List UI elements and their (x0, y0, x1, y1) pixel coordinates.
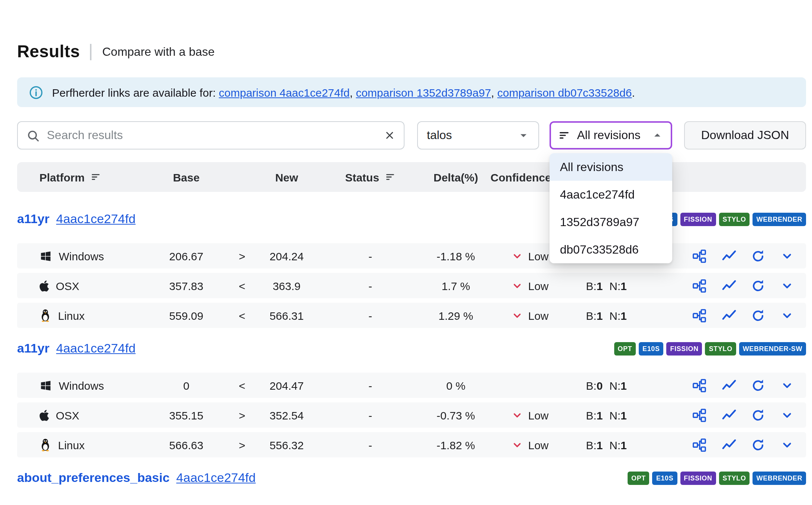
subtests-icon[interactable] (692, 438, 706, 452)
subtests-icon[interactable] (692, 249, 706, 263)
platform-cell: Linux (17, 309, 144, 322)
status-filter-icon[interactable] (385, 172, 396, 182)
subtests-icon[interactable] (692, 408, 706, 422)
confidence-cell: Low (489, 309, 586, 322)
apple-icon (39, 279, 49, 292)
base-runs: B:1 (586, 438, 603, 451)
base-value: 0 (144, 379, 229, 392)
tag-badge: STYLO (719, 472, 750, 485)
app-viewport: Results Compare with a base Perfherder l… (0, 0, 812, 505)
retrigger-icon[interactable] (751, 408, 766, 422)
section-rows: Windows 206.67 > 204.24 - -1.18 % Low (17, 243, 806, 328)
base-value: 206.67 (144, 250, 229, 262)
test-name-link[interactable]: a11yr (17, 341, 49, 356)
comparison-link-1[interactable]: comparison 4aac1ce274fd (219, 86, 350, 99)
alert-separator: , (491, 86, 497, 99)
table-row: Windows 206.67 > 204.24 - -1.18 % Low (17, 243, 806, 268)
column-delta: Delta(%) (422, 171, 489, 183)
comparison-sign: < (229, 379, 255, 392)
regression-arrow-icon (512, 310, 523, 321)
chevron-down-icon (518, 129, 529, 141)
graph-icon[interactable] (722, 279, 736, 293)
confidence-label: Low (528, 438, 548, 451)
revision-link[interactable]: 4aac1ce274fd (176, 471, 256, 486)
confidence-label: Low (528, 409, 548, 421)
expand-row-icon[interactable] (781, 379, 793, 392)
new-runs: N:1 (609, 309, 627, 322)
revision-option-3[interactable]: db07c33528d6 (550, 236, 672, 263)
new-value: 204.47 (255, 379, 318, 392)
expand-row-icon[interactable] (781, 409, 793, 421)
apple-icon (39, 409, 49, 421)
alert-suffix: . (632, 86, 635, 99)
regression-arrow-icon (512, 439, 523, 450)
subtests-icon[interactable] (692, 378, 706, 392)
new-runs: N:1 (609, 409, 627, 421)
tag-badge: E10S (639, 342, 663, 356)
status-value: - (318, 279, 422, 292)
table-row: OSX 355.15 > 352.54 - -0.73 % Low B:1 N:… (17, 402, 806, 428)
platform-label: Linux (58, 438, 85, 451)
delta-value: 0 % (422, 379, 489, 392)
graph-icon[interactable] (722, 378, 736, 392)
comparison-sign: > (229, 438, 255, 451)
subtests-icon[interactable] (692, 279, 706, 293)
platform-filter-icon[interactable] (91, 172, 101, 182)
revision-option-all[interactable]: All revisions (550, 153, 672, 181)
regression-arrow-icon (512, 280, 523, 291)
graph-icon[interactable] (722, 438, 736, 452)
search-input[interactable] (47, 129, 377, 142)
info-alert: Perfherder links are available for: comp… (17, 77, 806, 107)
test-name-link[interactable]: a11yr (17, 212, 49, 227)
status-value: - (318, 438, 422, 451)
retrigger-icon[interactable] (751, 249, 766, 263)
retrigger-icon[interactable] (751, 378, 766, 392)
platform-label: Windows (59, 250, 104, 262)
retrigger-icon[interactable] (751, 438, 766, 452)
tag-list: OPT E10S FISSION STYLO WEBRENDER-SW (614, 342, 806, 356)
section-title: a11yr 4aac1ce274fd (17, 341, 136, 356)
framework-select[interactable]: talos (417, 121, 539, 149)
row-actions (691, 279, 795, 293)
graph-icon[interactable] (722, 308, 736, 322)
expand-row-icon[interactable] (781, 279, 793, 292)
column-label-status: Status (345, 171, 379, 183)
expand-row-icon[interactable] (781, 438, 793, 451)
base-runs: B:1 (586, 409, 603, 421)
clear-search-icon[interactable] (384, 130, 395, 141)
row-actions (691, 438, 795, 452)
row-actions (691, 308, 795, 322)
expand-row-icon[interactable] (781, 309, 793, 322)
retrigger-icon[interactable] (751, 308, 766, 322)
status-value: - (318, 250, 422, 262)
revision-link[interactable]: 4aac1ce274fd (56, 341, 136, 356)
graph-icon[interactable] (722, 249, 736, 263)
revision-link[interactable]: 4aac1ce274fd (56, 212, 136, 227)
regression-arrow-icon (512, 250, 523, 261)
revisions-select-button[interactable]: All revisions (550, 121, 672, 149)
comparison-link-2[interactable]: comparison 1352d3789a97 (356, 86, 491, 99)
runs-cell: B:1 N:1 (586, 409, 645, 421)
platform-cell: OSX (17, 409, 144, 421)
comparison-sign: > (229, 409, 255, 421)
confidence-label: Low (528, 279, 548, 292)
retrigger-icon[interactable] (751, 279, 766, 293)
runs-cell: B:1 N:1 (586, 309, 645, 322)
new-runs: N:1 (609, 279, 627, 292)
download-json-button[interactable]: Download JSON (684, 121, 806, 149)
revision-option-2[interactable]: 1352d3789a97 (550, 208, 672, 236)
revision-option-1[interactable]: 4aac1ce274fd (550, 181, 672, 208)
tag-badge: OPT (628, 472, 650, 485)
linux-icon (39, 309, 51, 322)
page-subtitle: Compare with a base (102, 45, 215, 58)
tag-badge: WEBRENDER (753, 472, 806, 485)
subtests-icon[interactable] (692, 308, 706, 322)
revisions-filter: All revisions All revisions 4aac1ce274fd… (550, 121, 672, 149)
search-icon (27, 129, 39, 142)
regression-arrow-icon (512, 409, 523, 421)
graph-icon[interactable] (722, 408, 736, 422)
expand-row-icon[interactable] (781, 250, 793, 262)
comparison-link-3[interactable]: comparison db07c33528d6 (497, 86, 632, 99)
page-header: Results Compare with a base (17, 42, 806, 62)
test-name-link[interactable]: about_preferences_basic (17, 471, 170, 486)
